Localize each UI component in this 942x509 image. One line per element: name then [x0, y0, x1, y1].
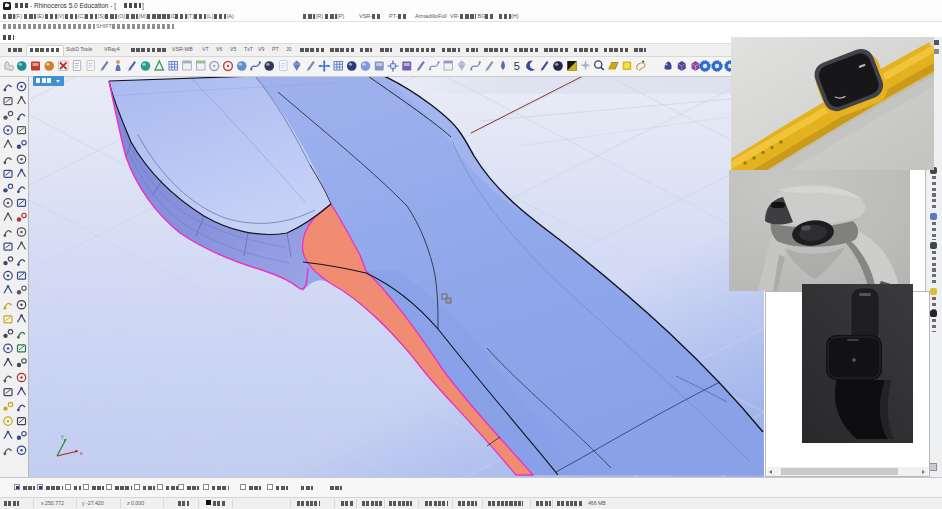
svg-text:5: 5 [514, 60, 520, 72]
